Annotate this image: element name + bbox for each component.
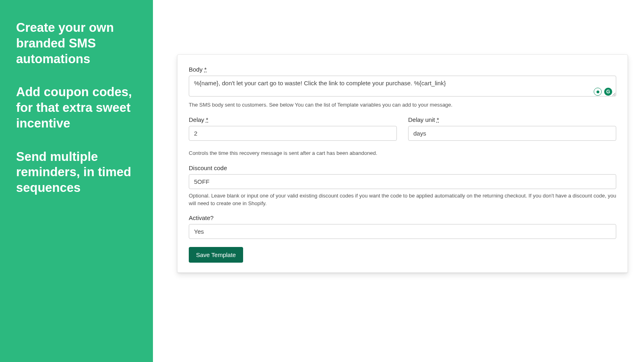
required-indicator: * [206,116,208,123]
body-textarea[interactable] [189,76,616,97]
template-form-card: Body * G The SMS body sent to customers.… [177,54,628,273]
save-template-button[interactable]: Save Template [189,247,243,263]
body-field: Body * G The SMS body sent to customers.… [189,66,616,109]
grammarly-icon[interactable]: G [604,88,612,96]
delay-field: Delay * [189,116,397,141]
textarea-overlay-icons: G [594,88,612,96]
activate-select[interactable] [189,224,616,239]
promo-line-2: Add coupon codes, for that extra sweet i… [16,84,137,131]
delay-unit-field: Delay unit * [408,116,616,141]
location-pin-icon[interactable] [594,88,602,96]
delay-unit-input[interactable] [408,126,616,141]
required-indicator: * [204,66,206,73]
promo-line-3: Send multiple reminders, in timed sequen… [16,149,137,196]
promo-line-1: Create your own branded SMS automations [16,20,137,67]
discount-input[interactable] [189,174,616,189]
discount-field: Discount code Optional. Leave blank or i… [189,165,616,208]
delay-unit-label: Delay unit * [408,116,616,123]
promo-sidebar: Create your own branded SMS automations … [0,0,153,362]
delay-label: Delay * [189,116,397,123]
main-area: Body * G The SMS body sent to customers.… [153,0,644,362]
discount-helper-text: Optional. Leave blank or input one of yo… [189,192,616,208]
activate-field: Activate? [189,214,616,239]
required-indicator: * [437,116,439,123]
activate-label: Activate? [189,214,616,221]
delay-helper-text: Controls the time this recovery message … [189,150,616,157]
delay-input[interactable] [189,126,397,141]
discount-label: Discount code [189,165,616,171]
body-label: Body * [189,66,616,73]
body-helper-text: The SMS body sent to customers. See belo… [189,101,616,109]
